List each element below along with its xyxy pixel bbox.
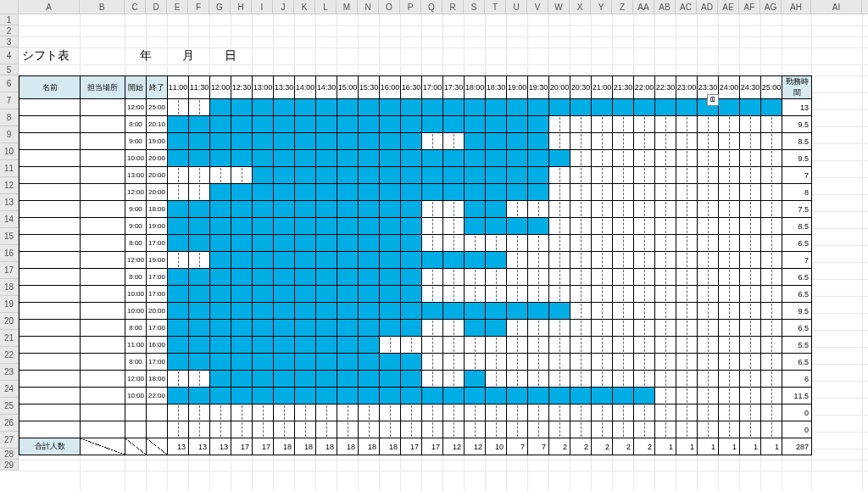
col-header[interactable]: S — [464, 0, 485, 14]
col-header[interactable]: AF — [739, 0, 760, 14]
col-header[interactable]: B — [80, 0, 125, 14]
month-label: 月 — [167, 48, 209, 64]
table-row[interactable]: 12:0025:0013 — [19, 99, 812, 116]
row-headers: 1234567891011121314151617181920212223242… — [0, 14, 19, 471]
table-row[interactable]: 13:0020:007 — [19, 167, 812, 184]
table-row[interactable]: 11:0016:005.5 — [19, 337, 812, 354]
title-row: シフト表 年 月 日 — [19, 47, 252, 64]
table-row[interactable]: 12:0018:006 — [19, 371, 812, 388]
row-header[interactable]: 18 — [0, 279, 19, 296]
row-header[interactable]: 8 — [0, 109, 19, 126]
table-row[interactable]: 12:0019:007 — [19, 252, 812, 269]
table-header: 13:00 — [253, 76, 274, 99]
col-header[interactable]: I — [252, 0, 273, 14]
col-header[interactable]: P — [400, 0, 421, 14]
row-header[interactable]: 3 — [0, 36, 19, 47]
col-header[interactable]: A — [19, 0, 80, 14]
col-header[interactable]: L — [315, 0, 337, 14]
col-header[interactable]: U — [506, 0, 527, 14]
col-header[interactable]: N — [358, 0, 379, 14]
col-header[interactable]: AD — [697, 0, 718, 14]
col-header[interactable]: C — [125, 0, 146, 14]
row-header[interactable]: 27 — [0, 432, 19, 449]
row-header[interactable]: 12 — [0, 177, 19, 194]
col-header[interactable]: AC — [676, 0, 697, 14]
row-header[interactable]: 29 — [0, 460, 19, 471]
table-row[interactable]: 0 — [19, 421, 812, 438]
col-header[interactable]: J — [273, 0, 294, 14]
date-picker-icon[interactable]: 🗓 — [707, 94, 719, 106]
table-row[interactable]: 9:0019:008.5 — [19, 218, 812, 235]
row-header[interactable]: 7 — [0, 92, 19, 109]
table-row[interactable]: 8:0017:006.5 — [19, 235, 812, 252]
row-header[interactable]: 22 — [0, 347, 19, 364]
col-header[interactable]: M — [337, 0, 358, 14]
row-header[interactable]: 10 — [0, 143, 19, 160]
table-row[interactable]: 9:0019:008.5 — [19, 133, 812, 150]
table-row[interactable]: 10:0020:009.5 — [19, 150, 812, 167]
table-row[interactable]: 10:0020:009.5 — [19, 303, 812, 320]
row-header[interactable]: 6 — [0, 75, 19, 92]
table-row[interactable]: 0 — [19, 405, 812, 421]
col-header[interactable]: V — [527, 0, 548, 14]
year-label: 年 — [125, 48, 167, 64]
col-header[interactable]: G — [209, 0, 231, 14]
table-header: 11:00 — [168, 76, 189, 99]
col-header[interactable]: Z — [612, 0, 633, 14]
row-header[interactable]: 19 — [0, 296, 19, 313]
row-header[interactable]: 15 — [0, 228, 19, 245]
row-header[interactable]: 5 — [0, 64, 19, 75]
row-header[interactable]: 4 — [0, 47, 19, 64]
row-header[interactable]: 25 — [0, 398, 19, 415]
col-header[interactable]: AB — [654, 0, 676, 14]
col-header[interactable]: AH — [782, 0, 811, 14]
col-header[interactable]: AG — [760, 0, 782, 14]
row-header[interactable]: 2 — [0, 25, 19, 36]
row-header[interactable]: 21 — [0, 330, 19, 347]
row-header[interactable]: 28 — [0, 449, 19, 460]
col-header[interactable]: W — [548, 0, 570, 14]
col-header[interactable]: AE — [718, 0, 739, 14]
col-header[interactable]: R — [442, 0, 464, 14]
shift-table[interactable]: 名前担当場所開始終了11:0011:3012:0012:3013:0013:30… — [19, 75, 812, 455]
spreadsheet[interactable]: { "columns": ["A","B","C","D","E","F","G… — [0, 0, 868, 491]
row-header[interactable]: 14 — [0, 211, 19, 228]
row-header[interactable]: 17 — [0, 262, 19, 279]
row-header[interactable]: 26 — [0, 415, 19, 432]
table-header: 名前 — [19, 76, 81, 99]
table-row[interactable]: 8:0017:006.5 — [19, 320, 812, 337]
table-row[interactable]: 9:0018:007.5 — [19, 201, 812, 218]
table-header: 17:00 — [422, 76, 443, 99]
col-header[interactable]: E — [167, 0, 188, 14]
col-header[interactable]: X — [570, 0, 591, 14]
col-header[interactable]: F — [188, 0, 209, 14]
col-header[interactable]: AI — [811, 0, 862, 14]
row-header[interactable]: 16 — [0, 245, 19, 262]
row-header[interactable]: 11 — [0, 160, 19, 177]
row-header[interactable]: 24 — [0, 381, 19, 398]
col-header[interactable]: H — [231, 0, 252, 14]
row-header[interactable]: 1 — [0, 14, 19, 25]
col-header[interactable]: Q — [421, 0, 442, 14]
col-header[interactable]: D — [146, 0, 167, 14]
table-header: 18:30 — [486, 76, 507, 99]
row-header[interactable]: 20 — [0, 313, 19, 330]
table-header: 15:30 — [359, 76, 380, 99]
table-row[interactable]: 8:0017:006.5 — [19, 269, 812, 286]
table-header: 19:30 — [528, 76, 549, 99]
row-header[interactable]: 13 — [0, 194, 19, 211]
table-row[interactable]: 8:0017:006.5 — [19, 354, 812, 371]
col-header[interactable]: Y — [591, 0, 612, 14]
table-row[interactable]: 10:0022:0011.5 — [19, 388, 812, 405]
row-header[interactable]: 23 — [0, 364, 19, 381]
row-header[interactable]: 9 — [0, 126, 19, 143]
col-header[interactable]: T — [485, 0, 506, 14]
totals-row: 合計人数131313171718181818181817171212107722… — [19, 438, 812, 455]
col-header[interactable]: K — [294, 0, 315, 14]
table-row[interactable]: 8:0020:109.5 — [19, 116, 812, 133]
table-header: 15:00 — [337, 76, 359, 99]
col-header[interactable]: AA — [633, 0, 654, 14]
table-row[interactable]: 12:0020:008 — [19, 184, 812, 201]
col-header[interactable]: O — [379, 0, 400, 14]
table-row[interactable]: 10:0017:006.5 — [19, 286, 812, 303]
